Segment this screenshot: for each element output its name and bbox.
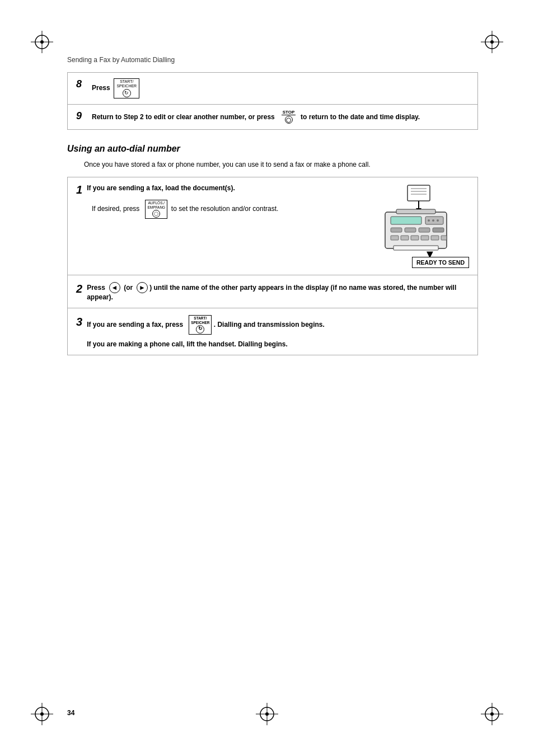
svg-point-32 <box>437 219 439 222</box>
svg-rect-37 <box>391 236 399 240</box>
breadcrumb-text: Sending a Fax by Automatic Dialling <box>67 56 175 64</box>
step9-content: Return to Step 2 to edit or clear anothe… <box>92 110 469 124</box>
svg-rect-38 <box>401 236 409 240</box>
step-row-3: 3 If you are sending a fax, press START/… <box>68 308 477 354</box>
svg-point-30 <box>428 219 430 222</box>
corner-mark-bl <box>31 703 53 725</box>
page-number: 34 <box>67 709 74 717</box>
svg-rect-40 <box>421 236 429 240</box>
svg-rect-42 <box>441 236 447 240</box>
svg-rect-39 <box>411 236 419 240</box>
fax-illustration: ▼ READY TO SEND <box>380 184 469 268</box>
step-row-8: 8 Press START/ SPEICHER ↻ <box>68 73 477 105</box>
step-number-9: 9 <box>76 110 82 122</box>
page-header: Sending a Fax by Automatic Dialling <box>67 56 478 64</box>
step1-layout: 1 If you are sending a fax, load the doc… <box>76 184 469 268</box>
step-number-2: 2 <box>76 282 82 295</box>
step-row-9: 9 Return to Step 2 to edit or clear anot… <box>68 105 477 129</box>
svg-point-31 <box>432 219 434 222</box>
start-speicher-btn-8: START/ SPEICHER ↻ <box>114 78 139 98</box>
start-speicher-btn-3: START/ SPEICHER ↻ <box>189 315 212 334</box>
step1-heading: If you are sending a fax, load the docum… <box>87 184 235 192</box>
step2-content: Press ◄ (or ► ) until the name of the ot… <box>87 282 469 301</box>
svg-rect-35 <box>419 228 430 232</box>
step-number-3: 3 <box>76 315 82 328</box>
step1-text: 1 If you are sending a fax, load the doc… <box>76 184 368 218</box>
intro-text: Once you have stored a fax or phone numb… <box>84 161 478 168</box>
bottom-center-mark <box>256 703 278 725</box>
svg-rect-20 <box>407 185 430 201</box>
step8-content: Press START/ SPEICHER ↻ <box>92 78 469 98</box>
fax-machine-svg <box>380 184 452 251</box>
corner-mark-br <box>481 703 503 725</box>
stop-btn: STOP ◯ <box>282 110 296 124</box>
step-row-1: 1 If you are sending a fax, load the doc… <box>68 177 477 275</box>
corner-mark-tr <box>481 31 503 53</box>
step-number-8: 8 <box>76 78 82 90</box>
svg-rect-28 <box>391 217 421 224</box>
nav-left-btn: ◄ <box>109 282 120 293</box>
nav-right-btn: ► <box>137 282 148 293</box>
main-content: Sending a Fax by Automatic Dialling 8 Pr… <box>67 56 478 700</box>
steps-box-top: 8 Press START/ SPEICHER ↻ 9 Return to S <box>67 72 478 130</box>
steps-box-bottom: 1 If you are sending a fax, load the doc… <box>67 177 478 355</box>
section-title: Using an auto-dial number <box>67 144 478 154</box>
svg-rect-27 <box>396 209 435 214</box>
svg-rect-36 <box>433 228 444 232</box>
step-row-2: 2 Press ◄ (or ► ) until the name of the … <box>68 275 477 308</box>
aufloes-btn: AUFLÖS./ EMPFANG ◯ <box>145 200 167 218</box>
corner-mark-tl <box>31 31 53 53</box>
svg-rect-34 <box>405 228 416 232</box>
ready-to-send-box: READY TO SEND <box>412 257 469 268</box>
step3-content: If you are sending a fax, press START/ S… <box>87 315 325 348</box>
svg-rect-41 <box>431 236 439 240</box>
svg-rect-33 <box>391 228 402 232</box>
step-number-1: 1 <box>76 184 82 195</box>
